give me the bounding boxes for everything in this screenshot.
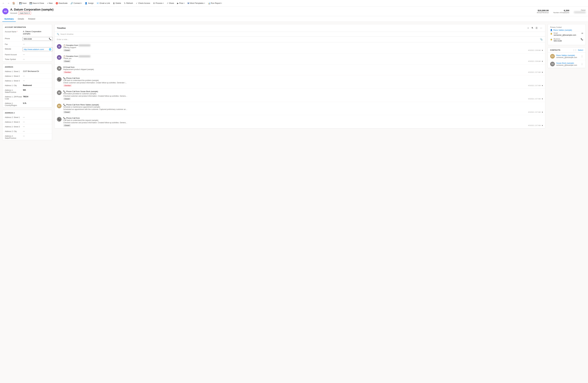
save-close-button[interactable]: 💾 Save & Close [28,1,46,5]
tl-meta: Closed 4/3/2021 2:07 AM ▾ [63,98,543,100]
record-title-block: A. Datum Corporation (sample) Account ma… [10,8,537,15]
globe-icon: 🌐 [49,48,51,50]
word-templates-button[interactable]: W Word Templates ▾ [186,1,207,5]
addr2-street2-label: Address 2: Street 2 [5,120,22,123]
check-access-button[interactable]: ✓ Check Access [134,1,152,5]
addr1-street3-label: Address 1: Street 3 [5,79,22,82]
note-bar[interactable]: Enter a note... 📎 [55,37,545,43]
website-field[interactable] [24,48,48,50]
timeline-search-bar[interactable]: 🔍 Search timeline [55,32,545,37]
timeline-filter-button[interactable]: ⚗ [530,26,534,30]
account-name-label: Account Name [5,30,22,33]
avatar: AD [2,8,8,14]
tl-subtitle: Thank you [63,58,543,60]
tl-subtitle: Information provided to customer (sample… [63,93,543,95]
phone-input[interactable]: 📞 [22,37,53,41]
business-info-row: 🔒 Business 555-0108 📞 [550,37,583,43]
annual-revenue-meta: $10,000.00 Annual Revenue [537,9,549,13]
refresh-button[interactable]: ↻ Refresh [123,1,134,5]
tl-meta: Closed 4/3/2021 2:08 AM ▾ [63,49,543,51]
connect-button[interactable]: 🔗 Connect ▾ [69,1,83,5]
tab-summary[interactable]: Summary [2,16,16,22]
phone-icon: 📞 [63,77,66,79]
phone-icon: 📞 [63,90,66,92]
owner-label: Owner [574,9,586,11]
run-report-dropdown-icon: ▾ [221,2,222,4]
nav-controls: ← → 🏠 [1,1,16,5]
website-row: Website 🌐 [2,46,52,52]
contacts-select-button[interactable]: Select [578,49,583,51]
delete-icon: 🗑 [113,2,115,4]
assign-button[interactable]: 👤 Assign [83,1,95,5]
record-name: A. Datum Corporation (sample) [10,8,537,11]
expand-icon[interactable]: ▾ [542,49,543,51]
addr1-zip-label: Address 1: ZIP/Postal Code [5,95,22,100]
primary-contact-link[interactable]: 👤 Rene Valdes (sample) [550,29,583,31]
home-button[interactable]: 🏠 [11,1,16,5]
expand-icon[interactable]: ▾ [542,111,543,113]
contact-avatar: SB [550,62,555,66]
tl-description: Checked customer and product information… [63,122,128,124]
forward-button[interactable]: → [6,1,11,5]
tl-time: 4/3/2021 2:07 AM [528,98,541,100]
share-button[interactable]: ↗ Share [165,1,176,5]
addr1-state-row: Address 1: State/Province WA [2,88,52,94]
tl-time: 4/3/2021 2:08 AM [528,60,541,62]
expand-icon[interactable]: ▾ [542,60,543,63]
expand-icon[interactable]: ▾ [542,124,543,127]
status-badge: Closed [63,49,71,51]
tl-title: 📞 Phone Call from Rene Valdes (sample) [63,104,543,106]
back-button[interactable]: ← [1,1,6,5]
primary-contact-label: Primary Contact [550,26,583,28]
tl-avatar: ✉ [57,66,62,71]
process-button[interactable]: ⚙ Process ▾ [152,1,165,5]
expand-icon[interactable]: ▾ [542,98,543,100]
form-selector-label: main form [20,12,28,14]
new-button[interactable]: + New [45,1,54,5]
email-icon: ✉ [63,66,65,68]
expand-icon[interactable]: ▾ [542,84,543,87]
delete-button[interactable]: 🗑 Delete [111,1,123,5]
save-label: Save [22,2,27,4]
contact-name[interactable]: Susan Burk (sample) [556,62,579,64]
contact-email: someone_j@example.com [556,56,579,59]
timeline-list-button[interactable]: ☰ [535,26,538,30]
website-input[interactable]: 🌐 [22,47,53,51]
flow-dropdown-icon: ▾ [184,2,185,4]
tab-related[interactable]: Related [26,16,37,22]
run-report-button[interactable]: 📊 Run Report ▾ [207,1,223,5]
address1-title: ADDRESS [2,64,52,69]
flow-icon: ▶ [177,2,179,4]
tl-avatar: RV [57,104,62,108]
flow-button[interactable]: ▶ Flow ▾ [176,1,186,5]
tab-details[interactable]: Details [16,16,26,22]
addr1-state-value: WA [22,89,50,91]
status-badge: Overdue [63,84,72,87]
tl-description: Scheduled an appointment with the custom… [63,108,128,110]
word-templates-label: Word Templates [190,2,204,4]
timeline-item: RV 📞 Phone Call from Rene Valdes (sample… [55,102,545,115]
email-action-icon[interactable]: ✉ [581,32,583,35]
email-link-button[interactable]: 📧 Email a Link [95,1,111,5]
save-button[interactable]: 💾 Save [18,1,28,5]
expand-icon[interactable]: ▾ [542,71,543,73]
process-icon: ⚙ [153,2,155,4]
phone-action-icon[interactable]: 📞 [581,38,583,40]
search-icon: 🔍 [57,33,59,35]
timeline-more-button[interactable]: ⋯ [539,26,543,30]
save-icon: 💾 [19,2,22,4]
contact-menu-icon[interactable]: ⋮ [581,63,583,65]
deactivate-button[interactable]: ⛔ Deactivate [54,1,69,5]
email-value: someone_j@example.com [554,34,580,36]
phone-field[interactable] [24,38,48,40]
form-selector[interactable]: main form ▾ [18,12,31,15]
middle-column: Timeline + ⚗ ☰ ⋯ 🔍 Search timeline Enter… [52,24,548,383]
status-badge: Closed [63,60,71,63]
timeline-add-button[interactable]: + [527,26,529,30]
timeline-item: JL 📋 Donation from Offering Support Clos… [55,43,545,53]
addr1-zip-row: Address 1: ZIP/Postal Code 78214 [2,94,52,101]
contact-menu-icon[interactable]: ⋮ [581,55,583,58]
annual-revenue-value: $10,000.00 [537,9,549,12]
contact-name[interactable]: Rene Valdes (sample) [556,54,579,56]
process-label: Process [156,2,162,4]
